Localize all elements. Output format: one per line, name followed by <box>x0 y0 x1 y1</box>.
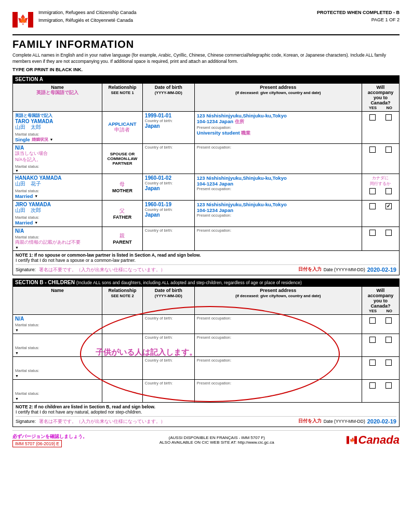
applicant-marital-row: Marital status: <box>15 132 100 137</box>
father-marital-value: Married <box>15 220 33 225</box>
date-a-note: 日付を入力 <box>298 267 322 273</box>
sig-a-label: Signature: <box>16 267 36 272</box>
table-row: N/A 該当しない場合N/Aを記入。 Marital status: ▼ SPO… <box>13 143 400 174</box>
spouse-name-cell: N/A 該当しない場合N/Aを記入。 Marital status: ▼ <box>13 143 102 174</box>
spouse-dob-cell: Country of birth: <box>142 143 194 174</box>
child4-dob-cell: Country of birth: <box>142 379 194 402</box>
child4-name-cell: Marital status: ▼ <box>13 379 102 402</box>
child2-no-cb[interactable] <box>386 337 392 343</box>
protected-label: PROTECTED WHEN COMPLETED - B <box>317 9 400 17</box>
child3-no-cb[interactable] <box>386 360 392 366</box>
col-name-label: Name <box>15 85 100 90</box>
child1-yes-cb[interactable] <box>369 317 376 324</box>
child2-yes-cb[interactable] <box>369 337 376 343</box>
mother-dob: 1960-01-02 <box>145 175 192 181</box>
section-a-sig-row: Signature: 署名は不要です。（入力が出来ない仕様になっています。） 日… <box>16 264 396 273</box>
mother-name-en: HANAKO YAMADA <box>15 175 100 181</box>
applicant-occ-label: Present occupation: <box>197 125 360 130</box>
sig-b-note: 署名は不要です。（入力が出来ない仕様になっています。） <box>39 418 165 425</box>
page-title: FAMILY INFORMATION <box>12 38 400 50</box>
child4-yes-cb[interactable] <box>369 382 376 389</box>
child3-dropdown[interactable]: ▼ <box>15 374 19 378</box>
child2-address-cell: Present occupation: <box>194 334 362 356</box>
parent-marital-dropdown-icon[interactable]: ▼ <box>15 246 19 249</box>
mother-name-jp: 山田 花子 <box>15 181 100 188</box>
footer: 必ずバージョンを確認しましょう。 IMM 5707 (06-2019) E (A… <box>12 430 400 447</box>
col-header-relationship: RelationshipSEE NOTE 1 <box>102 83 143 111</box>
father-marital-dropdown-icon[interactable]: ▼ <box>34 221 38 224</box>
child3-yes-cb[interactable] <box>369 360 376 366</box>
certify2-text: I certify that I do not have any natural… <box>16 409 396 415</box>
child4-no-cb[interactable] <box>386 382 392 389</box>
applicant-no-checkbox[interactable] <box>386 114 392 121</box>
spouse-address-cell: Present occupation: <box>194 143 362 174</box>
mother-relationship-en: MOTHER <box>104 188 140 193</box>
instruction-main: Complete ALL names in English and in you… <box>12 52 400 65</box>
child1-accompany-cell <box>362 314 399 334</box>
father-relationship-cell: 父 FATHER <box>102 200 143 227</box>
child1-address-cell: Present occupation: <box>194 314 362 334</box>
mother-address: 123 Nishishinjyuku,Shinjuku-ku,Tokyo104-… <box>197 175 360 187</box>
table-row: N/A Marital status: 両親の情報の記載があれば不要 ▼ 親 P… <box>13 227 400 250</box>
svg-text:🍁: 🍁 <box>17 14 29 25</box>
footer-center: (AUSSI DISPONIBLE EN FRANÇAIS - IMM 5707… <box>160 435 274 445</box>
applicant-relationship-jp: 申請者 <box>104 127 140 134</box>
father-dob-cell: 1960-01-19 Country of birth: Japan <box>142 200 194 227</box>
section-b-label: SECTION B - CHILDREN <box>15 280 75 285</box>
child1-dropdown[interactable]: ▼ <box>15 328 19 332</box>
spouse-cob-label: Country of birth: <box>145 145 192 150</box>
child1-dob-cell: Country of birth: <box>142 314 194 334</box>
date-a-label: Date (YYYY-MM-DD) <box>324 267 365 272</box>
sig-a-note: 署名は不要です。（入力が出来ない仕様になっています。） <box>39 267 165 273</box>
child3-address-cell: Present occupation: <box>194 356 362 379</box>
child3-dob-cell: Country of birth: <box>142 356 194 379</box>
father-relationship-en: FATHER <box>104 215 140 220</box>
father-no-checkbox[interactable]: ✓ <box>386 203 392 209</box>
table-row: Marital status: ▼ Country of birth: Pres… <box>13 356 400 379</box>
spouse-no-checkbox[interactable] <box>386 147 392 153</box>
parent-yes-checkbox[interactable] <box>369 230 376 236</box>
col-name-annotation: 英語と母国語で記入 <box>15 90 100 96</box>
section-a-header: SECTION A <box>12 75 400 83</box>
child4-dropdown[interactable]: ▼ <box>15 397 19 401</box>
applicant-yes-checkbox[interactable] <box>369 114 376 121</box>
applicant-name-cell: 英語と母国語で記入 TARO YAMADA 山田 太郎 Marital stat… <box>13 111 102 143</box>
father-cob: Japan <box>145 212 192 218</box>
parent-relationship-en: PARENT <box>104 240 140 245</box>
applicant-cob-label: Country of birth: <box>145 118 192 123</box>
parent-address-cell: Present occupation: <box>194 227 362 250</box>
child1-rel-cell <box>102 314 143 334</box>
parent-name-en: N/A <box>15 228 100 234</box>
date-b-note: 日付を入力 <box>298 418 322 424</box>
also-available: (AUSSI DISPONIBLE EN FRANÇAIS - IMM 5707… <box>160 435 274 445</box>
parent-no-checkbox[interactable] <box>386 230 392 236</box>
canada-text: Canada <box>358 433 400 447</box>
header-org-text: Immigration, Refugees and Citizenship Ca… <box>38 9 137 23</box>
spouse-marital-dropdown-icon[interactable]: ▼ <box>15 169 19 172</box>
applicant-occupation: University student 職業 <box>197 130 360 137</box>
father-cob-label: Country of birth: <box>145 207 192 212</box>
child1-no-cb[interactable] <box>386 317 392 324</box>
section-a-note: NOTE 1: If no spouse or common-law partn… <box>12 251 400 275</box>
child2-dropdown[interactable]: ▼ <box>15 351 19 355</box>
parent-dob-cell: Country of birth: <box>142 227 194 250</box>
page-number: PAGE 1 OF 2 <box>317 17 400 24</box>
parent-relationship-jp: 親 <box>104 232 140 240</box>
canada-flag-footer-icon: 🍁 <box>347 435 357 445</box>
applicant-accompany-cell <box>362 111 399 143</box>
child3-name-cell: Marital status: ▼ <box>13 356 102 379</box>
mother-no-checkbox[interactable] <box>386 188 392 194</box>
applicant-relationship-cell: APPLICANT 申請者 <box>102 111 143 143</box>
father-address-cell: 123 Nishishinjyuku,Shinjuku-ku,Tokyo104-… <box>194 200 362 227</box>
mother-marital-value: Married <box>15 193 33 199</box>
spouse-yes-checkbox[interactable] <box>369 147 376 153</box>
father-yes-checkbox[interactable] <box>369 203 376 209</box>
applicant-address: 123 Nishishinjyuku,Shinjuku-ku,Tokyo104-… <box>197 113 360 125</box>
mother-yes-checkbox[interactable] <box>369 188 376 194</box>
mother-marital-dropdown-icon[interactable]: ▼ <box>34 194 38 198</box>
org-fr: Immigration, Réfugiés et Citoyenneté Can… <box>38 17 137 24</box>
marital-dropdown-icon[interactable]: ▼ <box>50 138 54 141</box>
parent-relationship-cell: 親 PARENT <box>102 227 143 250</box>
mother-cob-label: Country of birth: <box>145 181 192 185</box>
col-header-dob: Date of birth(YYYY-MM-DD) <box>142 83 194 111</box>
